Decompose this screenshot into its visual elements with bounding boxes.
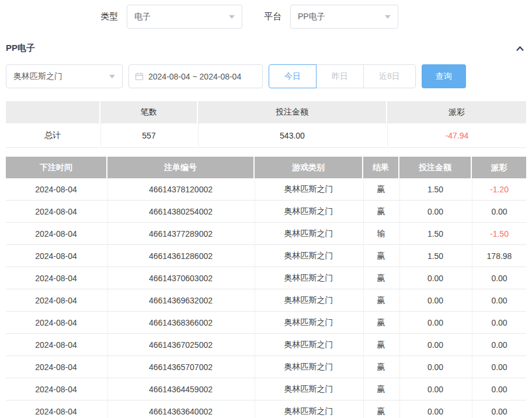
summary-header-count: 笔数 [100, 101, 197, 123]
top-filter-bar: 类型 电子 平台 PP电子 [0, 0, 532, 29]
cell-game: 奥林匹斯之门 [255, 400, 362, 418]
table-row: 2024-08-04 46614368366002 奥林匹斯之门 赢 0.00 … [6, 312, 526, 334]
cell-result: 赢 [363, 178, 398, 200]
game-select-value: 奥林匹斯之门 [13, 71, 62, 82]
col-header-time: 下注时间 [6, 157, 106, 178]
platform-select[interactable]: PP电子 [290, 5, 398, 29]
summary-header-bet-amount: 投注金额 [198, 101, 386, 123]
type-select[interactable]: 电子 [127, 5, 242, 29]
summary-total-label: 总计 [6, 123, 99, 148]
table-row: 2024-08-04 46614369632002 奥林匹斯之门 赢 0.00 … [6, 289, 526, 312]
date-range-value: 2024-08-04 ~ 2024-08-04 [148, 72, 241, 81]
query-bar: 奥林匹斯之门 2024-08-04 ~ 2024-08-04 今日 昨日 近8日… [0, 64, 532, 88]
cell-game: 奥林匹斯之门 [255, 223, 362, 244]
cell-game: 奥林匹斯之门 [255, 356, 362, 378]
section-title: PP电子 [6, 43, 35, 54]
date-range-input[interactable]: 2024-08-04 ~ 2024-08-04 [128, 64, 263, 88]
cell-order-no: 46614368366002 [107, 312, 253, 333]
summary-header-blank [6, 101, 99, 123]
calendar-icon [135, 72, 144, 81]
cell-bet-time: 2024-08-04 [6, 223, 106, 244]
cell-result: 赢 [363, 267, 398, 289]
cell-bet-time: 2024-08-04 [6, 245, 106, 267]
cell-payout: 0.00 [472, 334, 526, 355]
cell-bet-time: 2024-08-04 [6, 289, 106, 311]
summary-total-bet-amount: 543.00 [198, 123, 386, 148]
cell-bet-time: 2024-08-04 [6, 312, 106, 333]
table-body: 2024-08-04 46614378120002 奥林匹斯之门 赢 1.50 … [6, 178, 526, 418]
caret-down-icon [109, 75, 115, 78]
last8days-button[interactable]: 近8日 [363, 64, 416, 88]
collapse-button[interactable] [515, 44, 525, 53]
cell-bet-amount: 0.00 [399, 201, 471, 222]
cell-game: 奥林匹斯之门 [255, 245, 362, 267]
cell-result: 赢 [363, 356, 398, 378]
col-header-bet-amount: 投注金额 [399, 157, 471, 178]
table-row: 2024-08-04 46614365707002 奥林匹斯之门 赢 0.00 … [6, 356, 526, 378]
cell-bet-time: 2024-08-04 [6, 334, 106, 355]
cell-result: 赢 [363, 245, 398, 267]
col-header-payout: 派彩 [472, 157, 526, 178]
cell-bet-amount: 0.00 [399, 267, 471, 289]
cell-game: 奥林匹斯之门 [255, 178, 362, 200]
cell-order-no: 46614378120002 [107, 178, 253, 200]
cell-result: 赢 [363, 312, 398, 333]
cell-bet-amount: 0.00 [399, 356, 471, 378]
cell-result: 赢 [363, 289, 398, 311]
today-button[interactable]: 今日 [269, 64, 317, 88]
cell-payout: 0.00 [472, 356, 526, 378]
col-header-order-no: 注单编号 [107, 157, 253, 178]
table-row: 2024-08-04 46614377289002 奥林匹斯之门 输 1.50 … [6, 223, 526, 245]
cell-bet-amount: 0.00 [399, 378, 471, 400]
summary-header-row: 笔数 投注金额 派彩 [6, 101, 526, 123]
cell-payout: -1.50 [472, 223, 526, 244]
yesterday-button[interactable]: 昨日 [316, 64, 364, 88]
cell-game: 奥林匹斯之门 [255, 334, 362, 355]
cell-result: 赢 [363, 400, 398, 418]
search-button[interactable]: 查询 [422, 64, 466, 88]
cell-payout: 0.00 [472, 312, 526, 333]
cell-payout: 0.00 [472, 201, 526, 222]
cell-bet-amount: 1.50 [399, 245, 471, 267]
cell-result: 赢 [363, 334, 398, 355]
cell-bet-time: 2024-08-04 [6, 356, 106, 378]
caret-down-icon [385, 15, 391, 19]
table-row: 2024-08-04 46614361286002 奥林匹斯之门 赢 1.50 … [6, 245, 526, 267]
bet-records-table: 下注时间 注单编号 游戏类别 结果 投注金额 派彩 2024-08-04 466… [6, 157, 526, 418]
summary-total-count: 557 [100, 123, 197, 148]
cell-bet-amount: 0.00 [399, 289, 471, 311]
cell-result: 输 [363, 223, 398, 244]
cell-bet-time: 2024-08-04 [6, 201, 106, 222]
cell-result: 赢 [363, 378, 398, 400]
summary-total-row: 总计 557 543.00 -47.94 [6, 123, 526, 148]
cell-payout: 0.00 [472, 378, 526, 400]
cell-bet-amount: 1.50 [399, 223, 471, 244]
caret-down-icon [229, 15, 235, 19]
platform-label: 平台 [264, 11, 281, 22]
table-row: 2024-08-04 46614364459002 奥林匹斯之门 赢 0.00 … [6, 378, 526, 400]
table-row: 2024-08-04 46614363640002 奥林匹斯之门 赢 0.00 … [6, 400, 526, 418]
cell-order-no: 46614365707002 [107, 356, 253, 378]
col-header-game: 游戏类别 [255, 157, 362, 178]
cell-bet-time: 2024-08-04 [6, 400, 106, 418]
cell-bet-amount: 1.50 [399, 178, 471, 200]
cell-game: 奥林匹斯之门 [255, 289, 362, 311]
cell-result: 赢 [363, 201, 398, 222]
cell-payout: -1.20 [472, 178, 526, 200]
platform-select-value: PP电子 [298, 12, 325, 22]
cell-game: 奥林匹斯之门 [255, 201, 362, 222]
cell-order-no: 46614377289002 [107, 223, 253, 244]
game-select[interactable]: 奥林匹斯之门 [6, 64, 123, 88]
cell-bet-amount: 0.00 [399, 334, 471, 355]
cell-order-no: 46614370603002 [107, 267, 253, 289]
cell-order-no: 46614363640002 [107, 400, 253, 418]
cell-order-no: 46614367025002 [107, 334, 253, 355]
cell-bet-amount: 0.00 [399, 400, 471, 418]
cell-game: 奥林匹斯之门 [255, 312, 362, 333]
chevron-up-icon [515, 44, 525, 53]
cell-order-no: 46614361286002 [107, 245, 253, 267]
cell-game: 奥林匹斯之门 [255, 378, 362, 400]
cell-order-no: 46614364459002 [107, 378, 253, 400]
table-row: 2024-08-04 46614367025002 奥林匹斯之门 赢 0.00 … [6, 334, 526, 356]
cell-payout: 0.00 [472, 289, 526, 311]
